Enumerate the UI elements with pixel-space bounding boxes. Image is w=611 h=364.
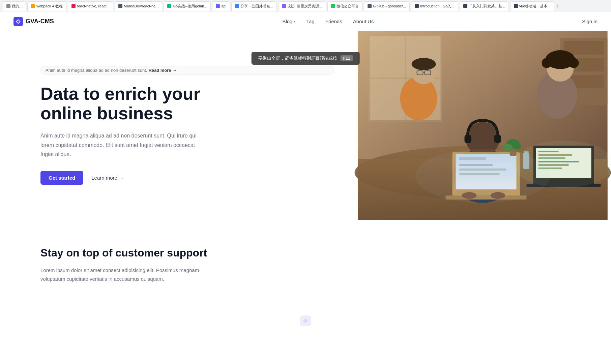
learn-more-link[interactable]: Learn more → — [91, 175, 124, 181]
tab-2[interactable]: webpack 4 教程 — [27, 1, 66, 11]
nav-friends[interactable]: Friends — [325, 19, 342, 24]
fullscreen-tooltip: 要退出全屏，请将鼠标移到屏幕顶端或按 F11 — [252, 52, 360, 65]
hero-image — [354, 31, 611, 220]
tooltip-text: 要退出全屏，请将鼠标移到屏幕顶端或按 — [258, 55, 337, 61]
nav-blog[interactable]: Blog ▾ — [282, 19, 295, 24]
nav-about-us[interactable]: About Us — [353, 19, 374, 24]
footer-logo-row — [0, 310, 611, 332]
announcement-link[interactable]: Read more → — [148, 68, 177, 73]
section-description: Lorem ipsum dolor sit amet consect adipi… — [40, 266, 223, 283]
navbar: GVA-CMS Blog ▾ Tag Friends About Us Sign… — [0, 12, 611, 31]
support-section: Stay on top of customer support Lorem ip… — [0, 220, 303, 303]
logo[interactable]: GVA-CMS — [13, 17, 54, 26]
tab-8[interactable]: 攻防_暮雪次元资源... — [278, 1, 326, 11]
hero-actions: Get started Learn more → — [40, 171, 334, 185]
announcement-text: Anim aute id magna aliqua ad ad non dese… — [46, 68, 147, 73]
chevron-down-icon: ▾ — [294, 20, 295, 23]
svg-point-52 — [513, 143, 521, 149]
hero-description: Anim aute id magna aliqua ad ad non dese… — [40, 131, 202, 159]
svg-rect-30 — [464, 135, 471, 143]
svg-point-27 — [564, 53, 573, 62]
svg-point-59 — [513, 141, 611, 188]
browser-tab-bar: 我的... webpack 4 教程 react-native, react..… — [0, 0, 611, 12]
page-container: 要退出全屏，请将鼠标移到屏幕顶端或按 F11 GVA-CMS Blog ▾ Ta… — [0, 12, 611, 364]
announcement-bar: Anim aute id magna aliqua ad ad non dese… — [40, 66, 334, 74]
hero-photo — [354, 31, 611, 220]
tab-1[interactable]: 我的... — [3, 1, 26, 11]
tab-4[interactable]: MarnoDev/react-na... — [115, 1, 162, 11]
tab-3[interactable]: react-native, react... — [68, 1, 113, 11]
svg-rect-31 — [494, 135, 501, 143]
tab-10[interactable]: GitHub - gohouse/... — [364, 1, 410, 11]
sign-in-link[interactable]: Sign in — [582, 19, 598, 24]
nav-links: Blog ▾ Tag Friends About Us — [74, 19, 582, 24]
tab-12[interactable]: 「从入门到就某」基... — [460, 1, 509, 11]
tab-5[interactable]: Go实战--使用golan... — [164, 1, 211, 11]
svg-point-17 — [411, 58, 436, 70]
get-started-button[interactable]: Get started — [40, 171, 83, 185]
nav-tag[interactable]: Tag — [306, 19, 314, 24]
tab-9[interactable]: 微信公众平台 — [327, 1, 362, 11]
tab-6[interactable]: api — [212, 1, 230, 11]
tab-11[interactable]: Introduction · Go入... — [411, 1, 458, 11]
tab-7[interactable]: 分享一些国外书名... — [231, 1, 277, 11]
svg-point-51 — [503, 144, 513, 151]
section-title: Stay on top of customer support — [40, 247, 263, 259]
tooltip-key: F11 — [341, 55, 353, 61]
svg-point-26 — [548, 54, 556, 62]
hero-title: Data to enrich your online business — [40, 84, 334, 123]
tab-13[interactable]: vue移动端，基本... — [510, 1, 554, 11]
logo-text: GVA-CMS — [26, 18, 54, 25]
footer-logo-icon — [300, 315, 311, 326]
more-tabs-button[interactable]: › — [556, 3, 560, 9]
logo-icon — [13, 17, 23, 26]
